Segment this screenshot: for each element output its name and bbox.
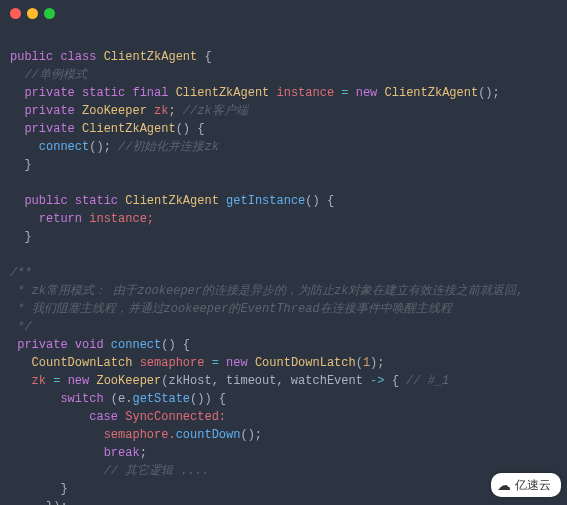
kw-class: class	[60, 50, 96, 64]
type: ClientZkAgent	[125, 194, 219, 208]
pun: ()) {	[190, 392, 226, 406]
comment: //单例模式	[24, 68, 86, 82]
cloud-icon: ☁	[497, 478, 511, 492]
type-cdl: CountDownLatch	[32, 356, 133, 370]
fn-connect: connect	[111, 338, 161, 352]
kw-private: private	[24, 104, 74, 118]
maximize-dot[interactable]	[44, 8, 55, 19]
id-zk: zk	[154, 104, 168, 118]
kw-public: public	[24, 194, 67, 208]
id: instance;	[89, 212, 154, 226]
op-eq: =	[341, 86, 348, 100]
kw-private: private	[24, 122, 74, 136]
pun: );	[370, 356, 384, 370]
kw-new: new	[356, 86, 378, 100]
pun: (	[356, 356, 363, 370]
kw-new: new	[226, 356, 248, 370]
kw-final: final	[132, 86, 168, 100]
pun: ();	[89, 140, 111, 154]
watermark-label: 亿速云	[515, 476, 551, 494]
type-cdl: CountDownLatch	[255, 356, 356, 370]
doc-comment: */	[10, 320, 32, 334]
fn-getinstance: getInstance	[226, 194, 305, 208]
comment: //zk客户端	[183, 104, 248, 118]
brace: }	[24, 158, 31, 172]
pun: ;	[168, 104, 175, 118]
kw-break: break	[104, 446, 140, 460]
id: semaphore.	[104, 428, 176, 442]
type-clientzkagent: ClientZkAgent	[104, 50, 198, 64]
kw-case: case	[89, 410, 118, 424]
pun: () {	[176, 122, 205, 136]
type-zk: ZooKeeper	[96, 374, 161, 388]
op: =	[53, 374, 60, 388]
window-titlebar	[0, 0, 567, 26]
brace: }	[60, 482, 67, 496]
type: ClientZkAgent	[176, 86, 270, 100]
op: =	[212, 356, 219, 370]
doc-comment: /**	[10, 266, 32, 280]
fn-getstate: getState	[132, 392, 190, 406]
pun: (e.	[111, 392, 133, 406]
comment: //初始化并连接zk	[118, 140, 219, 154]
kw-new: new	[68, 374, 90, 388]
kw-void: void	[75, 338, 104, 352]
brace: }	[24, 230, 31, 244]
code-block: public class ClientZkAgent { //单例模式 priv…	[0, 26, 567, 505]
pun: () {	[305, 194, 334, 208]
brace: {	[204, 50, 211, 64]
ctor: ClientZkAgent	[82, 122, 176, 136]
id-instance: instance	[277, 86, 335, 100]
type: ClientZkAgent	[385, 86, 479, 100]
pun: ();	[240, 428, 262, 442]
kw-private: private	[24, 86, 74, 100]
pun: });	[46, 500, 68, 505]
id-semaphore: semaphore	[140, 356, 205, 370]
fn-countdown: countDown	[176, 428, 241, 442]
close-dot[interactable]	[10, 8, 21, 19]
type-zookeeper: ZooKeeper	[82, 104, 147, 118]
kw-static: static	[75, 194, 118, 208]
doc-comment: * 我们阻塞主线程，并通过zookeeper的EventThread在连接事件中…	[10, 302, 452, 316]
doc-comment: * zk常用模式： 由于zookeeper的连接是异步的，为防止zk对象在建立有…	[10, 284, 524, 298]
kw-switch: switch	[60, 392, 103, 406]
kw-return: return	[39, 212, 82, 226]
comment: // 其它逻辑 ....	[104, 464, 210, 478]
fn-connect: connect	[39, 140, 89, 154]
brace: {	[392, 374, 399, 388]
comment: // #_1	[406, 374, 449, 388]
pun: ();	[478, 86, 500, 100]
pun: () {	[161, 338, 190, 352]
kw-private: private	[17, 338, 67, 352]
id-syncconnected: SyncConnected:	[125, 410, 226, 424]
args: (zkHost, timeout, watchEvent	[161, 374, 363, 388]
arrow: ->	[370, 374, 384, 388]
kw-static: static	[82, 86, 125, 100]
watermark-badge: ☁ 亿速云	[491, 473, 561, 497]
minimize-dot[interactable]	[27, 8, 38, 19]
kw-public: public	[10, 50, 53, 64]
id-zk: zk	[32, 374, 46, 388]
pun: ;	[140, 446, 147, 460]
